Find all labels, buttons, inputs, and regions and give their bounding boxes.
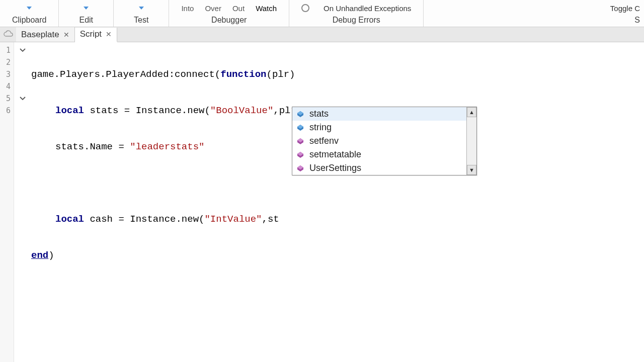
tab-baseplate[interactable]: Baseplate ✕ bbox=[16, 27, 75, 42]
tab-strip: Baseplate ✕ Script ✕ bbox=[0, 27, 644, 42]
ribbon-group-debug-errors: On Unhandled Exceptions Debug Errors bbox=[289, 0, 424, 27]
scroll-up-icon[interactable]: ▲ bbox=[467, 107, 476, 117]
unhandled-exceptions-label[interactable]: On Unhandled Exceptions bbox=[324, 4, 411, 13]
dropdown-arrow-icon[interactable] bbox=[84, 7, 89, 10]
autocomplete-item[interactable]: UserSettings bbox=[292, 161, 466, 175]
ribbon-label: Clipboard bbox=[12, 16, 46, 25]
scroll-down-icon[interactable]: ▼ bbox=[467, 165, 476, 175]
fold-toggle-icon[interactable] bbox=[14, 44, 31, 56]
autocomplete-label: setfenv bbox=[309, 136, 339, 146]
autocomplete-label: setmetatable bbox=[309, 149, 361, 160]
ribbon-label-cut: S bbox=[610, 16, 640, 25]
function-icon bbox=[296, 137, 304, 145]
cloud-icon bbox=[3, 30, 13, 39]
function-icon bbox=[296, 164, 304, 172]
autocomplete-list: stats string setfenv setmetatable UserSe… bbox=[292, 107, 466, 175]
line-number: 4 bbox=[0, 80, 14, 93]
dropdown-arrow-icon[interactable] bbox=[27, 7, 32, 10]
debugger-over-button[interactable]: Over bbox=[205, 4, 221, 13]
autocomplete-popup[interactable]: stats string setfenv setmetatable UserSe… bbox=[292, 107, 477, 175]
line-number: 6 bbox=[0, 105, 14, 117]
debugger-out-button[interactable]: Out bbox=[232, 4, 245, 13]
ribbon-group-edit: Edit bbox=[59, 0, 114, 27]
line-number: 5 bbox=[0, 93, 14, 105]
debugger-watch-button[interactable]: Watch bbox=[256, 4, 277, 13]
close-icon[interactable]: ✕ bbox=[63, 31, 69, 39]
line-number: 1 bbox=[0, 44, 14, 56]
debugger-into-button[interactable]: Into bbox=[181, 4, 194, 13]
tab-script[interactable]: Script ✕ bbox=[75, 28, 117, 42]
ribbon-label: Debugger bbox=[181, 16, 277, 25]
tab-label: Script bbox=[80, 29, 102, 39]
autocomplete-item[interactable]: setfenv bbox=[292, 134, 466, 148]
ribbon-label: Test bbox=[134, 16, 148, 25]
scroll-track[interactable] bbox=[467, 117, 476, 165]
ribbon-group-clipboard: Clipboard bbox=[0, 0, 59, 27]
autocomplete-item[interactable]: setmetatable bbox=[292, 148, 466, 161]
ribbon-group-toggle-cut: Toggle C S bbox=[606, 0, 644, 27]
ribbon-group-test: Test bbox=[114, 0, 169, 27]
ribbon-label: Debug Errors bbox=[301, 16, 411, 25]
ribbon-toolbar: Clipboard Edit Test Into Over Out Watch … bbox=[0, 0, 644, 27]
function-icon bbox=[296, 151, 304, 159]
dropdown-arrow-icon[interactable] bbox=[139, 7, 144, 10]
fold-column bbox=[14, 42, 31, 362]
autocomplete-label: UserSettings bbox=[309, 163, 361, 173]
ribbon-label: Edit bbox=[79, 16, 93, 25]
autocomplete-label: stats bbox=[309, 109, 329, 119]
toggle-button-cut[interactable]: Toggle C bbox=[610, 4, 640, 13]
radio-icon[interactable] bbox=[301, 4, 309, 12]
fold-toggle-icon[interactable] bbox=[14, 93, 31, 105]
line-number: 3 bbox=[0, 68, 14, 80]
tab-label: Baseplate bbox=[21, 30, 59, 40]
autocomplete-label: string bbox=[309, 122, 332, 133]
variable-icon bbox=[296, 124, 304, 132]
ribbon-group-debugger: Into Over Out Watch Debugger bbox=[169, 0, 289, 27]
autocomplete-item[interactable]: stats bbox=[292, 107, 466, 121]
line-number-gutter: 1 2 3 4 5 6 bbox=[0, 42, 14, 362]
variable-icon bbox=[296, 110, 304, 118]
autocomplete-scrollbar[interactable]: ▲ ▼ bbox=[466, 107, 476, 175]
close-icon[interactable]: ✕ bbox=[106, 30, 112, 38]
line-number: 2 bbox=[0, 56, 14, 68]
code-area[interactable]: game.Players.PlayerAdded:connect(functio… bbox=[31, 42, 302, 362]
code-editor[interactable]: 1 2 3 4 5 6 game.Players.PlayerAdded:con… bbox=[0, 42, 644, 362]
autocomplete-item[interactable]: string bbox=[292, 121, 466, 134]
